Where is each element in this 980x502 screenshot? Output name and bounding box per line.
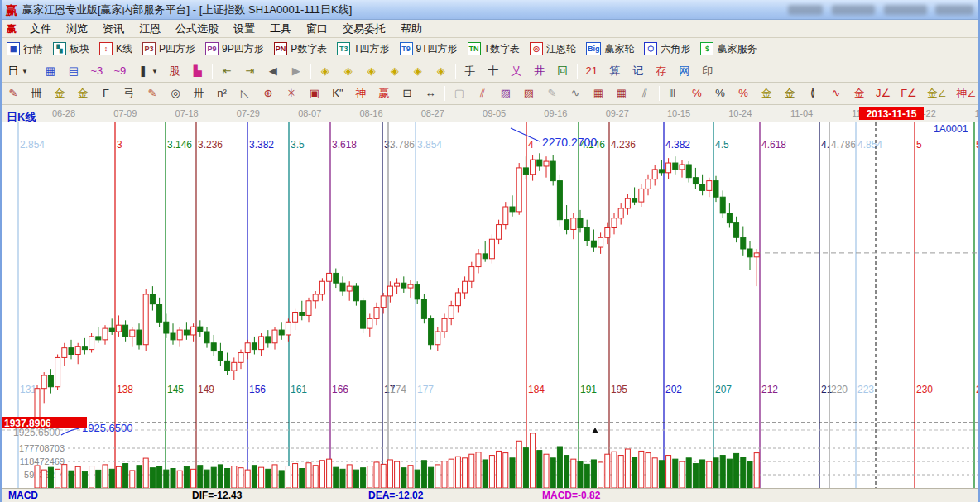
- menu-item-工具[interactable]: 工具: [262, 20, 299, 38]
- web-sync-icon[interactable]: 网: [674, 62, 695, 80]
- period-day-dropdown[interactable]: 日▼: [2, 62, 32, 80]
- p-number-table-button[interactable]: PNP数字表: [270, 40, 332, 58]
- menu-item-公式选股[interactable]: 公式选股: [168, 20, 226, 38]
- crosshair-tool[interactable]: 十: [483, 62, 504, 80]
- spiral-tool[interactable]: 弓: [118, 84, 140, 103]
- zoom-right-diamond[interactable]: ◈: [338, 62, 359, 80]
- candle-down: [334, 273, 339, 283]
- f-grid-tool[interactable]: F: [95, 84, 117, 103]
- calculator-icon[interactable]: 算: [604, 62, 626, 80]
- percent-tool[interactable]: %: [709, 84, 731, 103]
- winner-service-button[interactable]: $赢家服务: [696, 40, 761, 58]
- shen-grid-tool[interactable]: 神: [350, 84, 372, 103]
- menu-item-设置[interactable]: 设置: [226, 20, 262, 38]
- t9-square-button[interactable]: T99T四方形: [396, 40, 462, 58]
- quote-list-icon[interactable]: ▤: [63, 62, 84, 80]
- wave9-icon[interactable]: ~9: [109, 62, 131, 80]
- kline-button[interactable]: ↕K线: [95, 40, 137, 58]
- gold-circle-tool[interactable]: 金: [756, 84, 777, 103]
- print-icon[interactable]: 印: [697, 62, 718, 80]
- fan-box-purple-tool[interactable]: ▨: [495, 84, 516, 103]
- kline-chart-area[interactable]: 06-2807-0907-1807-2908-0708-1608-2709-05…: [2, 105, 980, 488]
- tick-grid-tool[interactable]: 卌: [26, 84, 47, 103]
- gold-lines-tool[interactable]: 金: [779, 84, 800, 103]
- percent-lines-tool[interactable]: %: [733, 84, 754, 103]
- hexagon-button[interactable]: ⬡六角形: [640, 40, 694, 58]
- indicator-label[interactable]: MACD: [8, 490, 38, 501]
- pencil-faded-tool[interactable]: ✎: [541, 84, 563, 103]
- compass-tool[interactable]: ⊕: [257, 84, 279, 103]
- shen-angle-tool[interactable]: 神∠: [953, 84, 978, 103]
- n2-grid-tool[interactable]: n²: [211, 84, 233, 103]
- gold-angle-tool[interactable]: 金∠: [923, 84, 951, 103]
- menu-item-交易委托[interactable]: 交易委托: [335, 20, 393, 38]
- quotes-button[interactable]: ▦行情: [2, 40, 47, 58]
- cycle-circle-tool[interactable]: ◎: [165, 84, 186, 103]
- nav-first-button[interactable]: ⇤: [216, 62, 238, 80]
- tick-lines-tool[interactable]: 卅: [188, 84, 209, 103]
- sectors-button[interactable]: ▚板块: [49, 40, 94, 58]
- zoom-v-compress-diamond[interactable]: ◈: [430, 62, 452, 80]
- menu-item-窗口[interactable]: 窗口: [299, 20, 335, 38]
- price-scale-tool[interactable]: ⊪: [663, 84, 685, 103]
- fan-red-tool[interactable]: ⫽: [472, 84, 493, 103]
- red-grid-tool-1[interactable]: ▦: [588, 84, 609, 103]
- j-angle-tool[interactable]: J∠: [872, 84, 895, 103]
- percent-triangle-tool[interactable]: ℅: [686, 84, 708, 103]
- slant-lines-tool[interactable]: ⫽: [634, 84, 656, 103]
- p-square-button-icon: P3: [142, 42, 156, 55]
- box-tool[interactable]: ▢: [449, 84, 470, 103]
- star-web-tool[interactable]: ✳: [281, 84, 302, 103]
- t-square-button[interactable]: T3T四方形: [333, 40, 393, 58]
- t-number-table-button[interactable]: TNT数字表: [464, 40, 524, 58]
- nav-last-button[interactable]: ⇥: [239, 62, 261, 80]
- volume-bar-down: [747, 461, 752, 488]
- width-measure-tool[interactable]: ↔: [420, 84, 441, 103]
- color-chart-icon[interactable]: ▙: [187, 62, 209, 80]
- gold-underline-tool[interactable]: 金: [848, 84, 870, 103]
- nav-next-button[interactable]: ▶: [286, 62, 307, 80]
- p9-square-button[interactable]: P99P四方形: [201, 40, 268, 58]
- zoom-h-compress-diamond[interactable]: ◈: [384, 62, 406, 80]
- p-square-button[interactable]: P3P四方形: [138, 40, 199, 58]
- menu-item-浏览[interactable]: 浏览: [59, 20, 95, 38]
- fan-box-red-tool[interactable]: ▨: [518, 84, 540, 103]
- gann-wheel-button[interactable]: ◎江恩轮: [526, 40, 580, 58]
- zoom-left-diamond[interactable]: ◈: [315, 62, 336, 80]
- erase-line-tool[interactable]: 乂: [506, 62, 527, 80]
- protractor-tool[interactable]: ◺: [234, 84, 256, 103]
- gold-grid-tool-2[interactable]: 金: [72, 84, 94, 103]
- nav-prev-button[interactable]: ◀: [262, 62, 284, 80]
- rocket-ladder-tool[interactable]: ✎: [142, 84, 163, 103]
- red-grid-tool-2[interactable]: ▦: [611, 84, 632, 103]
- pen-rocket-tool[interactable]: ✎: [2, 84, 24, 103]
- f-angle-tool[interactable]: F∠: [896, 84, 921, 103]
- win-grid-tool[interactable]: 赢: [373, 84, 395, 103]
- pattern-window-icon[interactable]: ▦: [40, 62, 61, 80]
- calendar-icon[interactable]: 21: [581, 62, 603, 80]
- mind-chart-icon[interactable]: 回: [552, 62, 574, 80]
- menu-item-资讯[interactable]: 资讯: [95, 20, 132, 38]
- period-label: 日K线: [7, 111, 36, 123]
- winner-wheel-button[interactable]: Big赢家轮: [582, 40, 639, 58]
- wave3-icon[interactable]: ~3: [86, 62, 108, 80]
- gann-grid-tool[interactable]: 井: [529, 62, 550, 80]
- square-web-tool[interactable]: ▣: [304, 84, 325, 103]
- gold-grid-tool-1[interactable]: 金: [49, 84, 70, 103]
- gann-pattern-icon[interactable]: 股: [164, 62, 185, 80]
- notes-icon[interactable]: 记: [627, 62, 649, 80]
- ruler-123-tool[interactable]: ⊟: [396, 84, 418, 103]
- menu-item-江恩[interactable]: 江恩: [132, 20, 168, 38]
- save-icon[interactable]: 存: [651, 62, 672, 80]
- menu-item-帮助[interactable]: 帮助: [393, 20, 430, 38]
- wave-a-tool[interactable]: ∿: [825, 84, 847, 103]
- zoom-v-expand-diamond[interactable]: ◈: [407, 62, 429, 80]
- hand-tool[interactable]: 手: [459, 62, 481, 80]
- menu-item-文件[interactable]: 文件: [22, 20, 59, 38]
- candle-pen-tool[interactable]: ≬: [802, 84, 824, 103]
- gann-day-count-label: 156: [249, 384, 266, 395]
- zoom-h-expand-diamond[interactable]: ◈: [361, 62, 382, 80]
- wave-zigzag-tool[interactable]: ∿: [564, 84, 586, 103]
- candle-style-dropdown[interactable]: ❚▼: [132, 62, 162, 80]
- k-quote-tool[interactable]: K": [327, 84, 348, 103]
